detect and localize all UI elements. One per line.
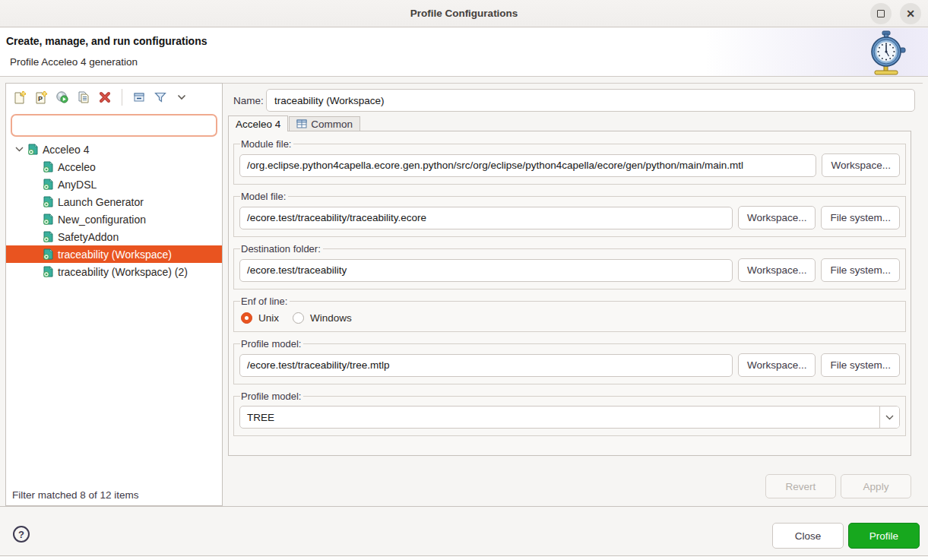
tree-item-label: New_configuration <box>58 214 146 226</box>
launch-config-icon <box>43 179 54 190</box>
delete-configuration-icon <box>98 90 112 104</box>
combo-chevron-button[interactable] <box>879 407 899 428</box>
tree-item[interactable]: Launch Generator <box>6 193 222 210</box>
export-configuration-button[interactable] <box>55 90 69 104</box>
expand-chevron-icon[interactable] <box>14 145 24 154</box>
table-icon <box>296 119 307 128</box>
window-title: Profile Configurations <box>410 8 518 19</box>
launch-config-icon <box>43 248 54 260</box>
tabbar: Acceleo 4 Common <box>228 115 360 131</box>
header-subtitle: Profile Acceleo 4 generation <box>10 56 138 68</box>
dialog-header: Create, manage, and run configurations P… <box>0 28 928 77</box>
tree-item-label: SafetyAddon <box>58 231 119 243</box>
titlebar: Profile Configurations ✕ <box>0 0 928 27</box>
new-prototype-icon: P <box>34 90 48 104</box>
group-legend: Destination folder: <box>240 243 323 255</box>
revert-button[interactable]: Revert <box>765 474 836 498</box>
tab-acceleo-4[interactable]: Acceleo 4 <box>228 115 288 131</box>
tree-item-label: traceability (Workspace) (2) <box>58 266 188 278</box>
configurations-sidebar: P <box>5 83 223 506</box>
new-configuration-icon <box>13 90 27 104</box>
radio-unix-label: Unix <box>258 312 279 324</box>
tab-content: Module file: Workspace... Model file: Wo… <box>228 131 911 456</box>
tree-item-label: traceability (Workspace) <box>58 248 172 261</box>
destination-filesystem-button[interactable]: File system... <box>821 258 900 282</box>
destination-folder-input[interactable] <box>239 259 733 282</box>
sidebar-toolbar: P <box>6 84 222 110</box>
tree-item-acceleo-4-root[interactable]: Acceleo 4 <box>6 141 222 158</box>
filter-button[interactable] <box>154 90 167 104</box>
footer-divider <box>0 506 928 507</box>
model-file-filesystem-button[interactable]: File system... <box>821 206 900 229</box>
module-file-group: Module file: Workspace... <box>233 138 906 185</box>
launch-config-icon <box>43 266 54 277</box>
launch-config-icon <box>43 196 54 207</box>
profile-model-select-group: Profile model: TREE <box>233 391 906 436</box>
new-prototype-button[interactable]: P <box>34 90 48 104</box>
export-configuration-icon <box>55 90 69 104</box>
group-legend: Profile model: <box>240 338 303 350</box>
delete-configuration-button[interactable] <box>98 90 112 104</box>
module-file-workspace-button[interactable]: Workspace... <box>822 153 900 177</box>
close-dialog-button[interactable]: Close <box>772 523 844 549</box>
launch-config-icon <box>27 144 39 155</box>
profile-button[interactable]: Profile <box>848 523 920 549</box>
profile-model-file-group: Profile model: Workspace... File system.… <box>233 338 906 384</box>
new-configuration-button[interactable] <box>13 90 27 104</box>
destination-workspace-button[interactable]: Workspace... <box>738 258 816 282</box>
tree-item-label: AnyDSL <box>58 179 97 191</box>
duplicate-configuration-button[interactable] <box>77 90 90 104</box>
name-label: Name: <box>233 95 264 106</box>
close-icon: ✕ <box>906 8 915 19</box>
tree-item-label: Acceleo 4 <box>43 144 89 156</box>
filter-icon <box>154 90 167 104</box>
group-legend: Module file: <box>240 138 293 150</box>
filter-input[interactable] <box>11 114 217 137</box>
stopwatch-icon <box>866 30 908 78</box>
window-controls: ✕ <box>870 3 921 24</box>
launch-config-icon <box>43 214 54 225</box>
destination-folder-group: Destination folder: Workspace... File sy… <box>233 243 906 289</box>
model-file-input[interactable] <box>239 207 733 229</box>
launch-config-icon <box>43 161 54 172</box>
tab-label: Common <box>311 119 353 130</box>
maximize-button[interactable] <box>870 3 892 24</box>
collapse-all-button[interactable] <box>132 90 146 104</box>
end-of-line-group: Enf of line: Unix Windows <box>233 296 906 332</box>
tab-common[interactable]: Common <box>289 116 360 131</box>
launch-config-icon <box>43 231 54 242</box>
tree-item[interactable]: SafetyAddon <box>6 228 222 245</box>
chevron-down-icon <box>177 94 186 100</box>
profile-model-select[interactable]: TREE <box>239 406 900 429</box>
profile-model-filesystem-button[interactable]: File system... <box>821 353 900 377</box>
tree-item[interactable]: New_configuration <box>6 210 222 228</box>
group-legend: Profile model: <box>240 391 303 402</box>
filter-status: Filter matched 8 of 12 items <box>12 489 139 501</box>
help-button[interactable]: ? <box>13 526 30 543</box>
tree-item-selected[interactable]: traceability (Workspace) <box>6 245 222 263</box>
name-input[interactable] <box>266 89 915 112</box>
toolbar-separator <box>122 89 122 106</box>
close-button[interactable]: ✕ <box>900 3 921 24</box>
radio-windows-label: Windows <box>310 312 352 324</box>
module-file-input[interactable] <box>239 154 816 177</box>
maximize-icon <box>877 10 885 17</box>
duplicate-configuration-icon <box>77 90 90 104</box>
tree-item[interactable]: traceability (Workspace) (2) <box>6 263 222 280</box>
profile-model-file-input[interactable] <box>239 354 733 377</box>
tree-item-label: Acceleo <box>58 161 96 173</box>
help-icon: ? <box>18 529 24 540</box>
tree-item[interactable]: Acceleo <box>6 158 222 176</box>
profile-model-workspace-button[interactable]: Workspace... <box>738 353 816 377</box>
tree-item-label: Launch Generator <box>58 196 144 208</box>
tab-label: Acceleo 4 <box>236 119 280 130</box>
toolbar-menu-button[interactable] <box>175 90 188 104</box>
header-title: Create, manage, and run configurations <box>6 35 207 47</box>
radio-unix[interactable] <box>241 312 252 324</box>
tree-item[interactable]: AnyDSL <box>6 176 222 193</box>
profile-model-select-value: TREE <box>240 407 879 428</box>
apply-button[interactable]: Apply <box>841 474 911 498</box>
model-file-workspace-button[interactable]: Workspace... <box>738 206 816 229</box>
collapse-all-icon <box>132 90 146 104</box>
radio-windows[interactable] <box>293 312 304 324</box>
